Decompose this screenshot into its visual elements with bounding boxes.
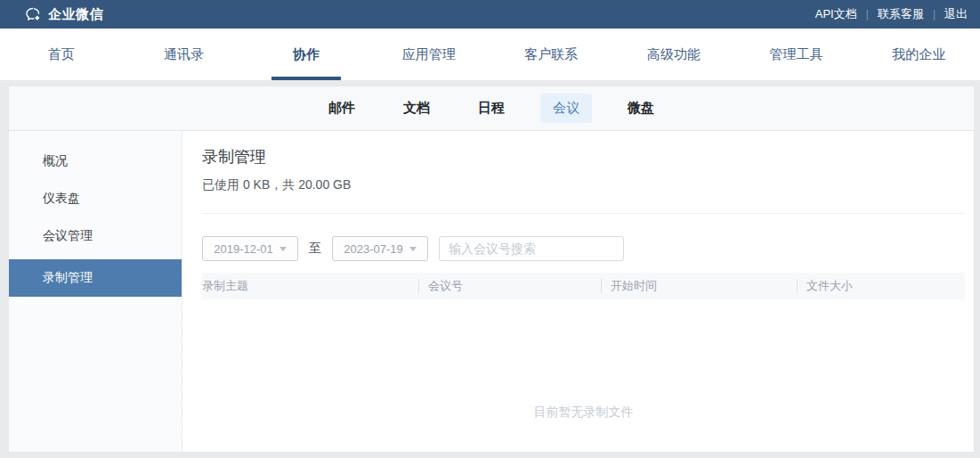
nav-item-app-management[interactable]: 应用管理 bbox=[368, 29, 490, 80]
nav-item-customer-contact[interactable]: 客户联系 bbox=[490, 29, 613, 80]
meeting-id-search-input[interactable] bbox=[439, 236, 624, 261]
content-card: 邮件 文档 日程 会议 微盘 概况 仪表盘 会议管理 录制管理 录制管理 已使用… bbox=[9, 86, 974, 452]
page-title: 录制管理 bbox=[202, 145, 965, 168]
sidebar-item-recording-management[interactable]: 录制管理 bbox=[9, 259, 182, 297]
tab-meeting[interactable]: 会议 bbox=[540, 94, 592, 123]
column-header-start-time: 开始时间 bbox=[601, 279, 797, 293]
divider bbox=[202, 213, 965, 214]
card-body: 概况 仪表盘 会议管理 录制管理 录制管理 已使用 0 KB，共 20.00 G… bbox=[9, 131, 974, 452]
chevron-down-icon bbox=[279, 247, 287, 251]
tab-docs[interactable]: 文档 bbox=[391, 94, 442, 123]
nav-item-collaboration[interactable]: 协作 bbox=[245, 29, 368, 80]
column-header-file-size: 文件大小 bbox=[797, 279, 965, 293]
topbar: 企业微信 API文档 | 联系客服 | 退出 bbox=[0, 0, 980, 29]
sidebar-item-meeting-management[interactable]: 会议管理 bbox=[9, 217, 182, 255]
nav-item-contacts[interactable]: 通讯录 bbox=[123, 29, 246, 80]
tab-drive[interactable]: 微盘 bbox=[615, 94, 667, 123]
main-content: 录制管理 已使用 0 KB，共 20.00 GB 2019-12-01 至 20… bbox=[182, 131, 974, 452]
sidebar-item-overview[interactable]: 概况 bbox=[9, 143, 182, 180]
table-header: 录制主题 会议号 开始时间 文件大小 bbox=[202, 273, 965, 299]
separator: | bbox=[866, 8, 869, 20]
subnav-tabs: 邮件 文档 日程 会议 微盘 bbox=[9, 86, 974, 131]
nav-item-home[interactable]: 首页 bbox=[0, 29, 123, 80]
date-to-value: 2023-07-19 bbox=[344, 242, 403, 256]
storage-usage-text: 已使用 0 KB，共 20.00 GB bbox=[202, 176, 965, 193]
wework-logo-icon bbox=[25, 6, 42, 23]
filter-bar: 2019-12-01 至 2023-07-19 bbox=[202, 236, 965, 261]
brand-name: 企业微信 bbox=[48, 6, 103, 23]
tab-mail[interactable]: 邮件 bbox=[316, 94, 368, 123]
main-nav: 首页 通讯录 协作 应用管理 客户联系 高级功能 管理工具 我的企业 bbox=[0, 29, 980, 80]
contact-support-link[interactable]: 联系客服 bbox=[878, 6, 924, 22]
sidebar-item-dashboard[interactable]: 仪表盘 bbox=[9, 180, 182, 217]
nav-item-admin-tools[interactable]: 管理工具 bbox=[735, 29, 858, 80]
chevron-down-icon bbox=[409, 247, 417, 251]
nav-item-my-company[interactable]: 我的企业 bbox=[857, 29, 980, 80]
date-to-select[interactable]: 2023-07-19 bbox=[332, 236, 428, 261]
date-from-value: 2019-12-01 bbox=[214, 242, 273, 256]
brand[interactable]: 企业微信 bbox=[25, 6, 103, 23]
logout-link[interactable]: 退出 bbox=[944, 6, 968, 22]
column-header-meeting-id: 会议号 bbox=[418, 279, 601, 293]
sidebar: 概况 仪表盘 会议管理 录制管理 bbox=[9, 131, 182, 452]
empty-state-text: 目前暂无录制文件 bbox=[202, 405, 965, 421]
date-range-to-label: 至 bbox=[309, 241, 321, 257]
separator: | bbox=[933, 8, 935, 20]
date-from-select[interactable]: 2019-12-01 bbox=[202, 236, 298, 261]
api-docs-link[interactable]: API文档 bbox=[815, 6, 857, 22]
tab-schedule[interactable]: 日程 bbox=[466, 94, 517, 123]
topbar-links: API文档 | 联系客服 | 退出 bbox=[815, 6, 968, 22]
nav-item-advanced-features[interactable]: 高级功能 bbox=[612, 29, 735, 80]
column-header-topic: 录制主题 bbox=[202, 279, 418, 293]
